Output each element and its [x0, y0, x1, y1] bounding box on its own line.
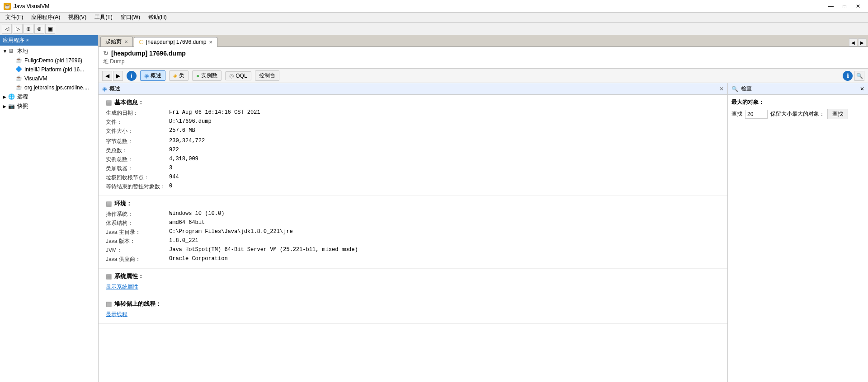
- app-icon-visualvm: ☕: [15, 75, 23, 82]
- info-arch-label: 体系结构：: [106, 219, 169, 227]
- sidebar-item-intellij[interactable]: 🔷 IntelliJ Platform (pid 16...: [1, 65, 97, 74]
- tab-heapdump-close[interactable]: ✕: [209, 40, 212, 45]
- classes-label: 类: [179, 72, 184, 79]
- menu-file[interactable]: 文件(F): [2, 13, 27, 22]
- right-panel: 🔍 检查 ✕ 最大的对象： 查找 保留大小最大的对象： 查找: [728, 83, 868, 382]
- info-instances-value: 4,318,009: [169, 156, 198, 163]
- main-layout: 应用程序 × ▼ 🖥 本地 ☕ FullgcDemo (pid 17696) 🔷…: [0, 35, 868, 382]
- threads-section: ▤ 堆转储上的线程： 显示线程: [99, 296, 727, 324]
- overview-header-label: 概述: [109, 85, 120, 93]
- environment-section: ▤ 环境： 操作系统： Windows 10 (10.0) 体系结构： amd6…: [99, 196, 727, 269]
- tab-home-label: 起始页: [105, 38, 122, 46]
- menu-app[interactable]: 应用程序(A): [28, 13, 64, 22]
- sidebar-item-visualvm[interactable]: ☕ VisualVM: [1, 74, 97, 83]
- classes-button[interactable]: ◈ 类: [169, 70, 189, 81]
- info-pending-label: 等待结束的暂挂对象数：: [106, 183, 169, 191]
- sidebar-item-fullgc[interactable]: ☕ FullgcDemo (pid 17696): [1, 56, 97, 65]
- snapshot-label: 快照: [17, 102, 28, 110]
- expand-arrow-snapshot: ▶: [3, 104, 8, 109]
- search-panel-close[interactable]: ✕: [860, 86, 864, 92]
- find-input[interactable]: [745, 110, 768, 119]
- info-right-button[interactable]: ℹ: [843, 71, 853, 81]
- app-title: Java VisualVM: [14, 3, 49, 9]
- toolbar-btn-2[interactable]: ▷: [13, 24, 23, 34]
- environment-title: 环境：: [114, 200, 132, 208]
- info-filesize-label: 文件大小：: [106, 127, 169, 135]
- maximize-button[interactable]: □: [838, 2, 851, 11]
- system-props-title: 系统属性：: [114, 272, 144, 280]
- info-classloaders-row: 类加载器： 3: [106, 165, 720, 172]
- minimize-button[interactable]: —: [825, 2, 837, 11]
- tab-home[interactable]: 起始页 ✕: [100, 37, 133, 47]
- overview-header-icon: ◉: [102, 86, 107, 92]
- heap-dump-toolbar: ◀ ▶ i ◉ 概述 ◈ 类 ● 实例数 ◎ OQL 控制台: [99, 69, 868, 83]
- search-button[interactable]: 🔍: [854, 71, 864, 81]
- info-javaversion-label: Java 版本：: [106, 238, 169, 245]
- info-stats: 字节总数： 230,324,722 类总数： 922 实例总数： 4,318,0…: [106, 138, 720, 191]
- info-os-row: 操作系统： Windows 10 (10.0): [106, 210, 720, 218]
- title-bar-left: ☕ Java VisualVM: [4, 3, 49, 10]
- menu-help[interactable]: 帮助(H): [145, 13, 170, 22]
- toolbar-btn-3[interactable]: ⊕: [24, 24, 33, 34]
- largest-objects-label: 最大的对象：: [731, 98, 864, 106]
- info-arch-value: amd64 64bit: [169, 219, 205, 227]
- search-row: 查找 保留大小最大的对象： 查找: [731, 109, 864, 119]
- info-gcroots-value: 944: [169, 174, 179, 182]
- window-controls: — □ ✕: [825, 2, 864, 11]
- overview-close-button[interactable]: ✕: [719, 86, 724, 92]
- tab-heapdump[interactable]: ⬡ [heapdump] 17696.dump ✕: [134, 37, 217, 47]
- tab-nav-next[interactable]: ▶: [858, 38, 866, 47]
- info-javahome-label: Java 主目录：: [106, 228, 169, 236]
- info-classes-row: 类总数： 922: [106, 147, 720, 154]
- toolbar-btn-1[interactable]: ◁: [2, 24, 12, 34]
- heap-dump-subtitle: 堆 Dump: [103, 58, 863, 65]
- menu-window[interactable]: 窗口(W): [117, 13, 144, 22]
- sidebar-item-jetbrains[interactable]: ☕ org.jetbrains.jps.cmdline....: [1, 83, 97, 92]
- info-button[interactable]: i: [127, 71, 137, 81]
- tab-nav-prev[interactable]: ◀: [849, 38, 857, 47]
- threads-icon: ▤: [106, 300, 112, 307]
- tab-home-close[interactable]: ✕: [124, 39, 128, 44]
- classes-icon: ◈: [173, 73, 177, 79]
- console-label: 控制台: [259, 72, 275, 79]
- oql-button[interactable]: ◎ OQL: [225, 71, 251, 80]
- main-split: ◉ 概述 ✕ ▤ 基本信息： 生成的日期： Fri Aug 06 16:14:1…: [99, 83, 868, 382]
- info-file-label: 文件：: [106, 118, 169, 126]
- remote-icon: 🌐: [8, 93, 15, 101]
- info-pending-value: 0: [169, 183, 172, 191]
- overview-panel-header: ◉ 概述 ✕: [99, 83, 727, 95]
- sidebar-item-remote[interactable]: ▶ 🌐 远程: [1, 92, 97, 102]
- sidebar-item-local[interactable]: ▼ 🖥 本地: [1, 47, 97, 56]
- fullgc-label: FullgcDemo (pid 17696): [24, 57, 82, 64]
- content-area: 起始页 ✕ ⬡ [heapdump] 17696.dump ✕ ◀ ▶ ↻ [h…: [99, 35, 868, 382]
- menu-tools[interactable]: 工具(T): [91, 13, 116, 22]
- snapshot-icon: 📷: [8, 103, 15, 110]
- toolbar-btn-5[interactable]: ▣: [45, 24, 55, 34]
- instances-button[interactable]: ● 实例数: [192, 70, 222, 81]
- menu-view[interactable]: 视图(V): [65, 13, 90, 22]
- search-panel-title: 检查: [741, 85, 752, 93]
- info-date-value: Fri Aug 06 16:14:16 CST 2021: [169, 109, 260, 117]
- overview-button[interactable]: ◉ 概述: [140, 70, 165, 81]
- info-jvm-label: JVM：: [106, 247, 169, 254]
- console-button[interactable]: 控制台: [255, 70, 279, 81]
- find-button[interactable]: 查找: [827, 109, 848, 119]
- info-classloaders-label: 类加载器：: [106, 165, 169, 172]
- computer-icon: 🖥: [8, 48, 15, 55]
- basic-info-section: ▤ 基本信息： 生成的日期： Fri Aug 06 16:14:16 CST 2…: [99, 95, 727, 196]
- nav-arrows: ◀ ▶: [102, 71, 123, 81]
- forward-button[interactable]: ▶: [113, 71, 123, 81]
- show-system-props-link[interactable]: 显示系统属性: [106, 283, 138, 291]
- close-button[interactable]: ✕: [852, 2, 864, 11]
- info-arch-row: 体系结构： amd64 64bit: [106, 219, 720, 227]
- toolbar-btn-4[interactable]: ⊗: [34, 24, 44, 34]
- threads-link-row: 显示线程: [106, 311, 720, 318]
- heap-dump-title: ↻ [heapdump] 17696.dump: [103, 50, 863, 57]
- tab-heapdump-icon: ⬡: [139, 39, 143, 45]
- show-threads-link[interactable]: 显示线程: [106, 311, 127, 318]
- back-button[interactable]: ◀: [102, 71, 112, 81]
- search-panel-icon: 🔍: [731, 86, 738, 92]
- info-classes-value: 922: [169, 147, 179, 154]
- sidebar-item-snapshot[interactable]: ▶ 📷 快照: [1, 102, 97, 111]
- menu-bar: 文件(F) 应用程序(A) 视图(V) 工具(T) 窗口(W) 帮助(H): [0, 13, 868, 23]
